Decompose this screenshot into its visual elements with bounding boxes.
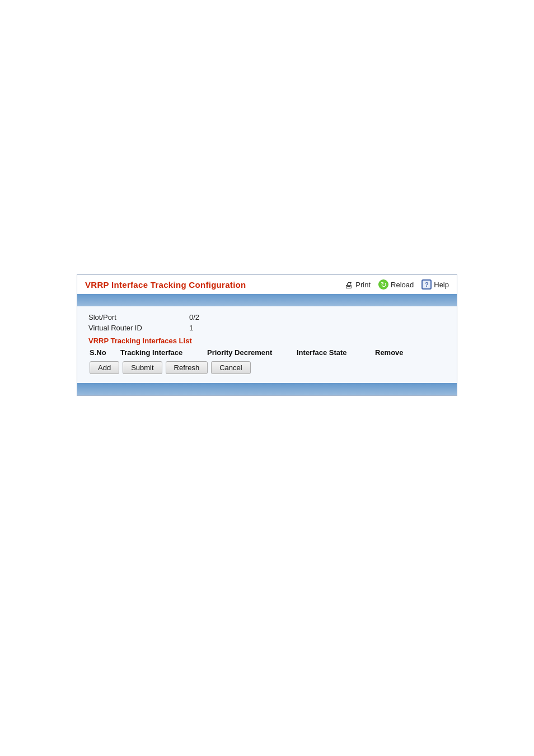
slot-port-row: Slot/Port 0/2	[88, 313, 446, 321]
virtual-router-id-row: Virtual Router ID 1	[88, 324, 446, 332]
panel-content: Slot/Port 0/2 Virtual Router ID 1 VRRP T…	[77, 306, 457, 383]
col-interface-state: Interface State	[297, 348, 375, 357]
vrrp-panel: VRRP Interface Tracking Configuration Pr…	[77, 274, 457, 396]
virtual-router-id-value: 1	[189, 324, 193, 332]
help-label: Help	[434, 281, 449, 289]
add-button[interactable]: Add	[90, 361, 119, 374]
help-icon	[421, 279, 432, 290]
bottom-blue-bar	[77, 383, 457, 395]
reload-button[interactable]: Reload	[378, 279, 414, 290]
action-buttons: Add Submit Refresh Cancel	[90, 361, 446, 374]
panel-header: VRRP Interface Tracking Configuration Pr…	[77, 275, 457, 294]
tracking-interfaces-list-title: VRRP Tracking Interfaces List	[88, 337, 446, 345]
print-label: Print	[355, 281, 371, 289]
slot-port-value: 0/2	[189, 313, 199, 321]
help-button[interactable]: Help	[421, 279, 449, 290]
refresh-button[interactable]: Refresh	[166, 361, 208, 374]
print-icon	[343, 280, 353, 289]
virtual-router-id-label: Virtual Router ID	[88, 324, 189, 332]
col-remove: Remove	[375, 348, 420, 357]
cancel-button[interactable]: Cancel	[211, 361, 250, 374]
col-priority-decrement: Priority Decrement	[207, 348, 297, 357]
top-blue-bar	[77, 294, 457, 306]
reload-icon	[378, 279, 388, 290]
col-tracking-interface: Tracking Interface	[120, 348, 207, 357]
panel-title: VRRP Interface Tracking Configuration	[85, 280, 246, 290]
slot-port-label: Slot/Port	[88, 313, 189, 321]
reload-label: Reload	[391, 281, 414, 289]
panel-toolbar: Print Reload Help	[343, 279, 449, 290]
print-button[interactable]: Print	[343, 280, 371, 289]
col-sno: S.No	[90, 348, 120, 357]
table-header: S.No Tracking Interface Priority Decreme…	[90, 348, 446, 357]
submit-button[interactable]: Submit	[123, 361, 162, 374]
